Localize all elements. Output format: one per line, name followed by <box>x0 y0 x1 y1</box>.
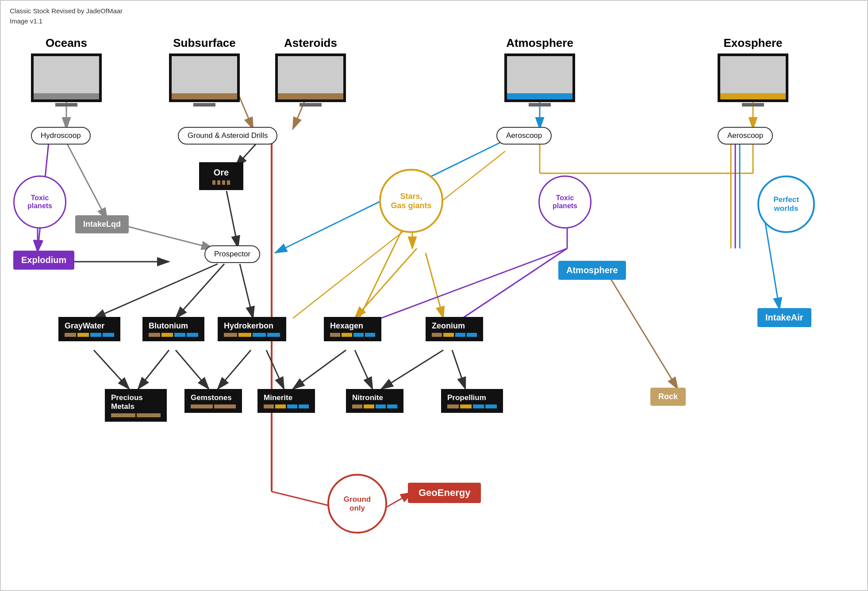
svg-line-43 <box>355 350 373 389</box>
svg-line-33 <box>355 248 567 328</box>
svg-line-40 <box>218 350 251 389</box>
toxic-planets-2-circle: Toxicplanets <box>538 175 591 229</box>
svg-line-30 <box>426 253 443 318</box>
perfect-worlds-circle: Perfectworlds <box>757 175 815 233</box>
gemstones-box: Gemstones <box>184 389 242 413</box>
watermark: Classic Stock Revised by JadeOfMaar Imag… <box>10 6 123 26</box>
monitor-oceans-label: Oceans <box>46 36 87 50</box>
svg-line-39 <box>176 350 209 389</box>
svg-line-45 <box>452 350 465 389</box>
explodium-box: Explodium <box>13 251 74 270</box>
prospector-pill: Prospector <box>204 245 260 263</box>
svg-line-24 <box>240 264 253 318</box>
svg-line-22 <box>94 264 218 318</box>
intakeair-box: IntakeAir <box>757 308 811 327</box>
minerite-box: Minerite <box>257 389 315 413</box>
monitor-atmosphere-label: Atmosphere <box>506 36 573 50</box>
geoenergy-box: GeoEnergy <box>408 483 481 503</box>
monitor-asteroids: Asteroids <box>275 36 346 107</box>
monitor-atmosphere: Atmosphere <box>504 36 575 107</box>
aeroscoop-2-pill: Aeroscoop <box>718 127 773 145</box>
hydroscoop-pill: Hydroscoop <box>31 127 91 145</box>
zeonium-box: Zeonium <box>426 317 483 341</box>
monitor-oceans: Oceans <box>31 36 102 107</box>
hexagen-box: Hexagen <box>324 317 381 341</box>
ground-only-circle: Groundonly <box>327 474 387 534</box>
svg-line-20 <box>272 492 335 507</box>
monitor-asteroids-label: Asteroids <box>284 36 337 50</box>
propellium-box: Propellium <box>441 389 503 413</box>
svg-line-18 <box>227 191 238 248</box>
svg-line-29 <box>355 248 417 318</box>
monitor-exosphere: Exosphere <box>718 36 788 107</box>
svg-line-38 <box>138 350 169 389</box>
toxic-planets-1-circle: Toxicplanets <box>13 175 66 229</box>
rock-box: Rock <box>650 388 686 406</box>
svg-line-44 <box>381 350 443 389</box>
svg-line-23 <box>176 264 224 318</box>
precious-metals-box: PreciousMetals <box>105 389 167 422</box>
stars-gas-giants-circle: Stars,Gas giants <box>379 169 443 233</box>
atmosphere-resource-box: Atmosphere <box>558 261 626 280</box>
monitor-exosphere-label: Exosphere <box>724 36 783 50</box>
intalkelqd-box: IntakeLqd <box>75 215 129 233</box>
svg-line-42 <box>293 350 346 389</box>
svg-line-41 <box>266 350 284 389</box>
blutonium-box: Blutonium <box>142 317 204 341</box>
monitor-subsurface-label: Subsurface <box>173 36 236 50</box>
nitronite-box: Nitronite <box>346 389 403 413</box>
svg-line-16 <box>127 226 213 248</box>
svg-line-37 <box>94 350 129 389</box>
monitor-subsurface: Subsurface <box>169 36 240 107</box>
svg-line-12 <box>66 142 107 220</box>
main-diagram: Classic Stock Revised by JadeOfMaar Imag… <box>0 0 868 591</box>
graywater-box: GrayWater <box>58 317 120 341</box>
aeroscoop-1-pill: Aeroscoop <box>496 127 552 145</box>
hydrokerbon-box: Hydrokerbon <box>218 317 286 341</box>
ground-asteroid-drills-pill: Ground & Asteroid Drills <box>178 127 277 145</box>
svg-line-35 <box>607 273 678 389</box>
ore-box: Ore <box>199 162 243 190</box>
svg-line-34 <box>448 248 567 328</box>
